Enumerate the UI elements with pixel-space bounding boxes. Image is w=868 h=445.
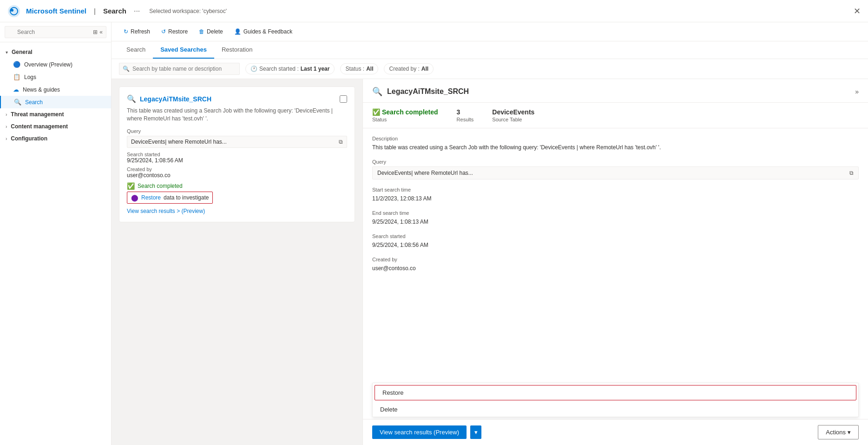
detail-description-value: This table was created using a Search Jo…: [372, 143, 859, 152]
detail-panel: 🔍 LegacyAiTMsite_SRCH » ✅ Search complet…: [362, 79, 868, 445]
delete-toolbar-label: Delete: [207, 28, 223, 35]
refresh-button[interactable]: ↻ Refresh: [119, 26, 155, 37]
detail-created-by-field: Created by user@contoso.co: [372, 257, 859, 272]
actions-label: Actions: [826, 429, 846, 436]
content-split: 🔍 LegacyAiTMsite_SRCH This table was cre…: [112, 79, 868, 445]
restore-text: data to investigate: [164, 194, 209, 201]
detail-expand-icon[interactable]: »: [855, 88, 859, 95]
stat-results-value: 3: [457, 108, 474, 116]
detail-start-search-time-value: 11/2/2023, 12:08:13 AM: [372, 194, 859, 203]
detail-search-icon: 🔍: [372, 86, 382, 97]
filter-search-input[interactable]: [119, 63, 240, 75]
stat-status-label: Status: [372, 117, 438, 122]
created-by-section: Created by user@contoso.co: [127, 166, 347, 179]
status-filter[interactable]: Status : All: [340, 63, 378, 74]
detail-stats: ✅ Search completed Status 3 Results Devi…: [363, 103, 868, 128]
actions-button[interactable]: Actions ▾: [818, 425, 859, 439]
query-section: Query DeviceEvents| where RemoteUrl has.…: [127, 128, 347, 148]
sidebar-search-input[interactable]: [5, 26, 106, 38]
created-by-card-value: user@contoso.co: [127, 172, 347, 179]
query-label: Query: [127, 128, 347, 134]
filter-search-icon: 🔍: [123, 66, 130, 72]
sidebar-section-general[interactable]: ▾ General: [0, 46, 111, 58]
restore-toolbar-button[interactable]: ↺ Restore: [157, 26, 192, 37]
sidebar-item-search[interactable]: 🔍 Search: [0, 96, 111, 108]
delete-toolbar-button[interactable]: 🗑 Delete: [194, 26, 228, 37]
view-results-dropdown-button[interactable]: ▾: [470, 425, 481, 439]
news-guides-icon: ☁: [13, 86, 19, 93]
top-bar: Microsoft Sentinel | Search ··· Selected…: [0, 0, 868, 22]
restore-dropdown-item[interactable]: Restore: [375, 385, 856, 400]
detail-dropdown-area: Restore Delete: [363, 383, 868, 419]
detail-title: LegacyAiTMsite_SRCH: [387, 87, 469, 96]
stat-status-text: Search completed: [382, 108, 438, 116]
search-card-checkbox[interactable]: [340, 95, 347, 103]
sidebar-section-threat[interactable]: › Threat management: [0, 108, 111, 120]
filters-bar: 🔍 🕐 Search started : Last 1 year Status …: [112, 59, 868, 79]
sidebar-item-logs[interactable]: 📋 Logs: [0, 71, 111, 83]
view-link-row: View search results > (Preview): [127, 207, 347, 214]
view-results-button[interactable]: View search results (Preview): [372, 425, 467, 439]
status-text: Search completed: [138, 183, 183, 189]
detail-description-label: Description: [372, 136, 859, 141]
status-filter-value: All: [366, 66, 373, 72]
content-area: ↻ Refresh ↺ Restore 🗑 Delete 👤 Guides & …: [112, 22, 868, 445]
stat-source-table: DeviceEvents Source Table: [492, 108, 534, 122]
query-box: DeviceEvents| where RemoteUrl has... ⧉: [127, 136, 347, 148]
sidebar-search-container: 🔍 ⊞ «: [0, 22, 111, 42]
restore-toolbar-label: Restore: [168, 28, 188, 35]
created-by-filter[interactable]: Created by : All: [384, 63, 434, 74]
sidebar-section-configuration-label: Configuration: [11, 135, 47, 142]
tab-restoration[interactable]: Restoration: [214, 41, 260, 59]
app-title: Microsoft Sentinel: [26, 7, 86, 15]
toolbar: ↻ Refresh ↺ Restore 🗑 Delete 👤 Guides & …: [112, 22, 868, 41]
collapse-sidebar-icon[interactable]: «: [99, 29, 103, 35]
search-card-title[interactable]: LegacyAiTMsite_SRCH: [140, 95, 336, 103]
chevron-right-icon: ›: [6, 112, 7, 117]
filter-icon[interactable]: ⊞: [93, 29, 98, 35]
tab-saved-searches[interactable]: Saved Searches: [153, 41, 214, 59]
search-started-label: Search started :: [259, 66, 299, 72]
search-card-icon: 🔍: [127, 94, 136, 103]
status-green-icon: ✅: [127, 182, 135, 190]
tab-search[interactable]: Search: [119, 41, 153, 59]
refresh-icon: ↻: [124, 28, 128, 35]
delete-icon: 🗑: [199, 28, 204, 35]
stat-results-label: Results: [457, 117, 474, 122]
restore-row-icon: ⬤: [131, 194, 138, 201]
page-title: Search: [103, 7, 126, 15]
detail-copy-icon[interactable]: ⧉: [849, 170, 854, 176]
search-card-desc: This table was created using a Search Jo…: [127, 107, 347, 123]
restore-link[interactable]: Restore: [141, 194, 161, 201]
restore-row: ⬤ Restore data to investigate: [127, 192, 213, 204]
detail-end-search-time-label: End search time: [372, 210, 859, 216]
sidebar-item-overview[interactable]: 🔵 Overview (Preview): [0, 58, 111, 71]
sidebar-item-news-guides[interactable]: ☁ News & guides: [0, 83, 111, 96]
search-started-filter[interactable]: 🕐 Search started : Last 1 year: [245, 63, 335, 74]
close-icon[interactable]: ✕: [854, 6, 861, 16]
detail-body: Description This table was created using…: [363, 128, 868, 383]
sidebar-section-content[interactable]: › Content management: [0, 120, 111, 133]
stat-status: ✅ Search completed Status: [372, 108, 438, 122]
search-started-value: Last 1 year: [301, 66, 330, 72]
sidebar-section-general-label: General: [12, 49, 33, 55]
ellipsis-icon[interactable]: ···: [134, 7, 140, 15]
chevron-right-icon3: ›: [6, 136, 7, 141]
delete-dropdown-item[interactable]: Delete: [373, 402, 858, 417]
stat-source-table-label: Source Table: [492, 117, 534, 122]
chevron-down-icon: ▾: [6, 50, 8, 55]
detail-search-started-field: Search started 9/25/2024, 1:08:56 AM: [372, 233, 859, 249]
guides-label: Guides & Feedback: [243, 28, 292, 35]
title-separator: |: [94, 7, 96, 15]
workspace-label: Selected workspace: 'cybersoc': [149, 8, 227, 14]
sidebar-section-configuration[interactable]: › Configuration: [0, 133, 111, 145]
search-card: 🔍 LegacyAiTMsite_SRCH This table was cre…: [119, 86, 355, 222]
view-results-link[interactable]: View search results > (Preview): [127, 208, 205, 214]
created-by-filter-label: Created by :: [389, 66, 419, 72]
guides-button[interactable]: 👤 Guides & Feedback: [230, 26, 297, 37]
sidebar-item-news-guides-label: News & guides: [23, 86, 60, 93]
tabs: Search Saved Searches Restoration: [112, 41, 868, 59]
copy-icon[interactable]: ⧉: [339, 139, 343, 145]
detail-query-box: DeviceEvents| where RemoteUrl has... ⧉: [372, 166, 859, 179]
detail-footer: View search results (Preview) ▾ Actions …: [363, 419, 868, 445]
